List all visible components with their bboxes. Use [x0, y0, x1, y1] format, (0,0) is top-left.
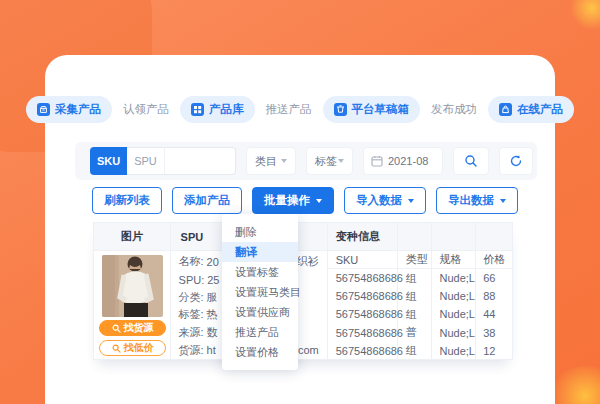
- tab-label: 在线产品: [517, 102, 563, 117]
- search-icon: [112, 324, 121, 333]
- variant-price: 66: [476, 269, 512, 287]
- menu-item-delete[interactable]: 删除: [222, 222, 298, 242]
- table-header-row: 图片 SPU 变种信息: [94, 223, 512, 251]
- variant-spec: Nude;L: [432, 342, 475, 360]
- keyword-input[interactable]: [164, 147, 236, 175]
- product-image-cell: 找货源 找低价: [94, 251, 171, 360]
- tab-label: 产品库: [209, 102, 244, 117]
- batch-operations-menu: 删除 翻译 设置标签 设置斑马类目 设置供应商 推送产品 设置价格: [222, 214, 298, 370]
- field-label: 来源:: [179, 325, 204, 340]
- variant-price: 44: [476, 305, 512, 323]
- field-label: 分类:: [179, 290, 204, 305]
- tab-label: 平台草稿箱: [352, 102, 410, 117]
- chevron-down-icon: [281, 159, 287, 163]
- tab-online-products[interactable]: 在线产品: [488, 96, 574, 123]
- import-data-label: 导入数据: [356, 193, 402, 208]
- refresh-button[interactable]: [499, 147, 533, 175]
- field-label: SPU:: [179, 274, 205, 286]
- batch-operations-button[interactable]: 批量操作: [252, 187, 334, 214]
- app-window: 采集产品 认领产品 产品库 推送产品 平台草稿箱 发布成功: [45, 55, 555, 404]
- variant-sku: 56754868686: [328, 287, 397, 305]
- add-product-button[interactable]: 添加产品: [172, 187, 242, 214]
- find-supply-button[interactable]: 找货源: [99, 320, 166, 336]
- variant-sku: 56754868686: [328, 269, 397, 287]
- menu-item-set-zebra-category[interactable]: 设置斑马类目: [222, 282, 298, 302]
- find-low-price-button[interactable]: 找低价: [99, 340, 166, 356]
- find-supply-label: 找货源: [124, 321, 154, 335]
- chevron-down-icon: [316, 199, 322, 203]
- variant-sku: 56754868686: [328, 305, 397, 323]
- category-select[interactable]: 类目: [246, 147, 296, 175]
- field-value: 25: [207, 274, 219, 286]
- sku-toggle-button[interactable]: SKU: [90, 147, 127, 175]
- column-header-variant-info: 变种信息: [328, 223, 398, 250]
- import-data-button[interactable]: 导入数据: [344, 187, 426, 214]
- tag-select[interactable]: 标签: [306, 147, 353, 175]
- table-row: 找货源 找低价 名称: 20 织衫: [94, 251, 512, 360]
- tab-push-products[interactable]: 推送产品: [266, 102, 312, 117]
- search-button[interactable]: [453, 147, 489, 175]
- variant-price: 88: [476, 287, 512, 305]
- column-header-spacer: [432, 223, 476, 250]
- field-value: 热: [207, 307, 218, 322]
- find-low-price-label: 找低价: [124, 341, 154, 355]
- field-value: 数: [207, 325, 218, 340]
- chevron-down-icon: [408, 199, 414, 203]
- variant-type: 组: [398, 269, 432, 287]
- category-select-label: 类目: [255, 154, 277, 169]
- search-icon: [464, 154, 478, 168]
- spu-toggle-button[interactable]: SPU: [127, 147, 164, 175]
- grid-icon: [191, 103, 204, 116]
- column-header-image: 图片: [94, 223, 171, 250]
- calendar-icon: [371, 155, 383, 167]
- search-icon: [112, 344, 121, 353]
- tab-publish-success[interactable]: 发布成功: [431, 102, 477, 117]
- box-icon: [37, 103, 50, 116]
- field-label: 名称:: [179, 254, 204, 269]
- tab-label: 采集产品: [55, 102, 101, 117]
- drawer-icon: [334, 103, 347, 116]
- export-data-button[interactable]: 导出数据: [436, 187, 518, 214]
- field-value: 服: [207, 290, 218, 305]
- refresh-icon: [509, 154, 523, 168]
- export-data-label: 导出数据: [448, 193, 494, 208]
- keyword-type-segment: SKU SPU: [90, 147, 236, 175]
- column-header-spacer: [398, 223, 433, 250]
- tab-product-library[interactable]: 产品库: [180, 96, 255, 123]
- variant-price: 12: [476, 342, 512, 360]
- tab-claim-products[interactable]: 认领产品: [123, 102, 169, 117]
- tag-select-label: 标签: [315, 154, 337, 169]
- action-toolbar: 刷新列表 添加产品 批量操作 导入数据 导出数据: [92, 187, 518, 214]
- variant-price: 38: [476, 324, 512, 342]
- corner-glow-top-right: [570, 0, 600, 30]
- product-table: 图片 SPU 变种信息: [93, 222, 513, 360]
- chevron-down-icon: [500, 199, 506, 203]
- variant-header-sku: SKU: [328, 251, 397, 269]
- variant-type: 普: [398, 324, 432, 342]
- tab-collect-products[interactable]: 采集产品: [26, 96, 112, 123]
- refresh-list-button[interactable]: 刷新列表: [92, 187, 162, 214]
- date-picker[interactable]: 2021-08: [363, 147, 443, 175]
- menu-item-set-supplier[interactable]: 设置供应商: [222, 302, 298, 322]
- variant-spec: Nude;L: [432, 305, 475, 323]
- field-label: 标签:: [179, 307, 204, 322]
- menu-item-set-tag[interactable]: 设置标签: [222, 262, 298, 282]
- product-photo: [102, 255, 163, 317]
- variant-spec: Nude;L: [432, 287, 475, 305]
- tab-platform-drafts[interactable]: 平台草稿箱: [323, 96, 421, 123]
- menu-item-translate[interactable]: 翻译: [222, 242, 298, 262]
- menu-item-set-price[interactable]: 设置价格: [222, 342, 298, 362]
- column-header-spacer: [476, 223, 512, 250]
- variant-sku-column: SKU 56754868686 56754868686 56754868686 …: [328, 251, 398, 360]
- desktop-background: 采集产品 认领产品 产品库 推送产品 平台草稿箱 发布成功: [0, 0, 600, 404]
- tab-bar: 采集产品 认领产品 产品库 推送产品 平台草稿箱 发布成功: [45, 96, 555, 123]
- field-value: ht: [207, 344, 216, 356]
- chevron-down-icon: [338, 159, 344, 163]
- variant-spec-column: 规格 Nude;L Nude;L Nude;L Nude;L Nude;L: [432, 251, 476, 360]
- variant-type: 组: [398, 287, 432, 305]
- bag-icon: [499, 103, 512, 116]
- menu-item-push-product[interactable]: 推送产品: [222, 322, 298, 342]
- variant-sku: 56754868686: [328, 342, 397, 360]
- field-value-end: com: [298, 344, 319, 356]
- variant-spec: Nude;L: [432, 324, 475, 342]
